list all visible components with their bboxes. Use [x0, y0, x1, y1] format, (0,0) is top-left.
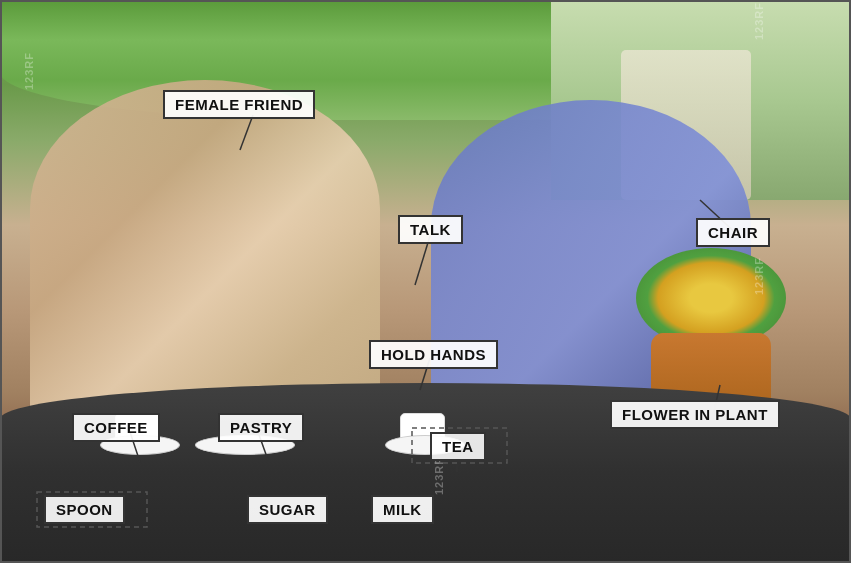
label-flower-in-plant: FLOWER IN PLANT: [610, 400, 780, 429]
label-hold-hands: HOLD HANDS: [369, 340, 498, 369]
label-spoon: SPOON: [44, 495, 125, 524]
label-pastry: PASTRY: [218, 413, 304, 442]
label-milk: MILK: [371, 495, 434, 524]
label-tea: TEA: [430, 432, 486, 461]
label-coffee: COFFEE: [72, 413, 160, 442]
label-female-friend: FEMALE FRIEND: [163, 90, 315, 119]
label-sugar: SUGAR: [247, 495, 328, 524]
label-talk: TALK: [398, 215, 463, 244]
label-chair: CHAIR: [696, 218, 770, 247]
scene: 123RF 123RF 123RF 123RF FEMALE FRIEND TA…: [0, 0, 851, 563]
